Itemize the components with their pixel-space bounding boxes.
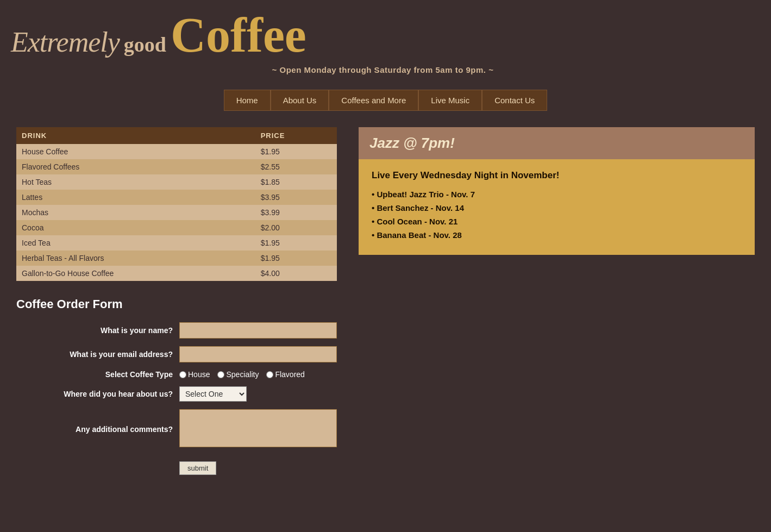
table-cell-drink: Herbal Teas - All Flavors bbox=[16, 251, 255, 266]
logo-extremely: Extremely bbox=[11, 26, 120, 58]
logo-area: Extremely good Coffee bbox=[11, 11, 755, 60]
hear-about-select[interactable]: Select One Friend Advertisement Internet… bbox=[179, 386, 247, 402]
comments-row: Any additional comments? bbox=[16, 409, 337, 449]
order-form-title: Coffee Order Form bbox=[16, 297, 337, 311]
jazz-box: Jazz @ 7pm! Live Every Wednesday Night i… bbox=[359, 127, 755, 255]
table-cell-drink: Gallon-to-Go House Coffee bbox=[16, 266, 255, 281]
radio-flavored-label[interactable]: Flavored bbox=[266, 370, 304, 379]
table-cell-drink: Hot Teas bbox=[16, 174, 255, 190]
nav-music[interactable]: Live Music bbox=[418, 90, 482, 111]
page-header: Extremely good Coffee ~ Open Monday thro… bbox=[0, 0, 771, 90]
order-form: What is your name? What is your email ad… bbox=[16, 322, 337, 475]
table-row: Iced Tea$1.95 bbox=[16, 235, 337, 251]
jazz-subtitle: Live Every Wednesday Night in November! bbox=[372, 170, 742, 181]
email-input[interactable] bbox=[179, 346, 337, 362]
left-column: DRINK PRICE House Coffee$1.95Flavored Co… bbox=[16, 127, 337, 475]
main-content: DRINK PRICE House Coffee$1.95Flavored Co… bbox=[0, 127, 771, 475]
textarea-wrap bbox=[179, 409, 337, 449]
jazz-performer-item: Banana Beat - Nov. 28 bbox=[372, 230, 742, 240]
radio-speciality[interactable] bbox=[217, 371, 224, 378]
main-nav: Home About Us Coffees and More Live Musi… bbox=[0, 90, 771, 111]
table-row: Hot Teas$1.85 bbox=[16, 174, 337, 190]
table-cell-price: $1.95 bbox=[255, 235, 337, 251]
table-cell-drink: House Coffee bbox=[16, 144, 255, 159]
table-cell-drink: Iced Tea bbox=[16, 235, 255, 251]
table-row: Lattes$3.95 bbox=[16, 190, 337, 205]
logo-good: good bbox=[124, 33, 166, 57]
table-cell-price: $3.99 bbox=[255, 205, 337, 220]
jazz-box-header: Jazz @ 7pm! bbox=[359, 127, 755, 159]
jazz-performers-list: Upbeat! Jazz Trio - Nov. 7Bert Sanchez -… bbox=[372, 190, 742, 240]
name-label: What is your name? bbox=[16, 326, 179, 335]
logo-coffee: Coffee bbox=[171, 11, 306, 60]
comments-textarea[interactable] bbox=[179, 409, 337, 447]
radio-house[interactable] bbox=[179, 371, 186, 378]
jazz-title: Jazz @ 7pm! bbox=[369, 135, 744, 152]
table-cell-price: $1.85 bbox=[255, 174, 337, 190]
table-cell-price: $1.95 bbox=[255, 251, 337, 266]
hear-about-label: Where did you hear about us? bbox=[16, 390, 179, 398]
jazz-performer-item: Upbeat! Jazz Trio - Nov. 7 bbox=[372, 190, 742, 199]
submit-button[interactable]: submit bbox=[179, 461, 216, 475]
tagline: ~ Open Monday through Saturday from 5am … bbox=[11, 65, 755, 74]
table-row: Cocoa$2.00 bbox=[16, 220, 337, 235]
name-row: What is your name? bbox=[16, 322, 337, 339]
table-cell-drink: Flavored Coffees bbox=[16, 159, 255, 174]
table-row: Gallon-to-Go House Coffee$4.00 bbox=[16, 266, 337, 281]
table-cell-drink: Cocoa bbox=[16, 220, 255, 235]
drink-table: DRINK PRICE House Coffee$1.95Flavored Co… bbox=[16, 127, 337, 281]
table-row: House Coffee$1.95 bbox=[16, 144, 337, 159]
table-cell-price: $2.00 bbox=[255, 220, 337, 235]
nav-contact[interactable]: Contact Us bbox=[482, 90, 547, 111]
coffee-type-label: Select Coffee Type bbox=[16, 370, 179, 379]
table-row: Flavored Coffees$2.55 bbox=[16, 159, 337, 174]
submit-row: submit bbox=[16, 457, 337, 475]
table-row: Herbal Teas - All Flavors$1.95 bbox=[16, 251, 337, 266]
table-row: Mochas$3.99 bbox=[16, 205, 337, 220]
table-cell-price: $4.00 bbox=[255, 266, 337, 281]
comments-label: Any additional comments? bbox=[16, 425, 179, 434]
table-cell-price: $2.55 bbox=[255, 159, 337, 174]
coffee-type-row: Select Coffee Type House Speciality Flav… bbox=[16, 370, 337, 379]
jazz-performer-item: Bert Sanchez - Nov. 14 bbox=[372, 203, 742, 212]
jazz-body: Live Every Wednesday Night in November! … bbox=[359, 159, 755, 255]
nav-about[interactable]: About Us bbox=[271, 90, 329, 111]
coffee-type-radio-group: House Speciality Flavored bbox=[179, 370, 305, 379]
table-cell-drink: Lattes bbox=[16, 190, 255, 205]
table-cell-drink: Mochas bbox=[16, 205, 255, 220]
jazz-performer-item: Cool Ocean - Nov. 21 bbox=[372, 217, 742, 226]
radio-house-label[interactable]: House bbox=[179, 370, 210, 379]
email-label: What is your email address? bbox=[16, 350, 179, 359]
nav-home[interactable]: Home bbox=[224, 90, 271, 111]
table-header-price: PRICE bbox=[255, 127, 337, 144]
radio-flavored[interactable] bbox=[266, 371, 273, 378]
table-cell-price: $1.95 bbox=[255, 144, 337, 159]
table-cell-price: $3.95 bbox=[255, 190, 337, 205]
hear-about-row: Where did you hear about us? Select One … bbox=[16, 386, 337, 402]
drink-table-body: House Coffee$1.95Flavored Coffees$2.55Ho… bbox=[16, 144, 337, 281]
name-input[interactable] bbox=[179, 322, 337, 339]
table-header-drink: DRINK bbox=[16, 127, 255, 144]
right-column: Jazz @ 7pm! Live Every Wednesday Night i… bbox=[359, 127, 755, 255]
nav-coffees[interactable]: Coffees and More bbox=[329, 90, 418, 111]
radio-speciality-label[interactable]: Speciality bbox=[217, 370, 259, 379]
email-row: What is your email address? bbox=[16, 346, 337, 362]
